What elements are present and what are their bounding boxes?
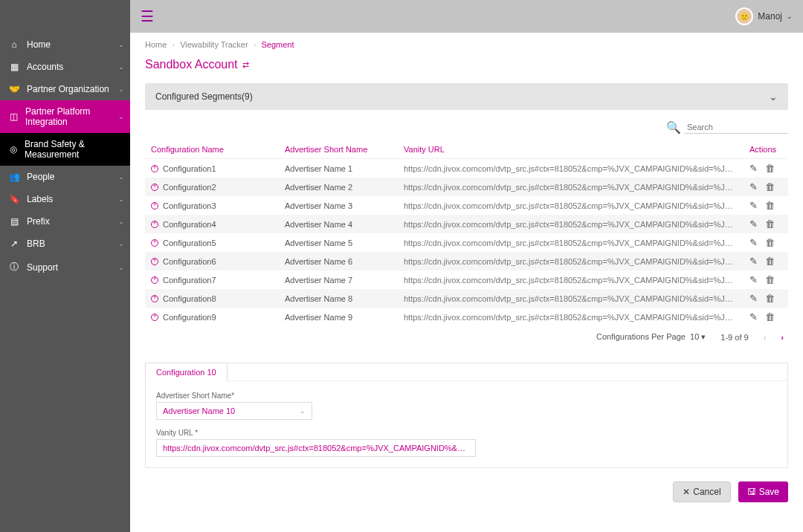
add-icon[interactable]	[151, 258, 158, 265]
sidebar-item-people[interactable]: 👥 People ⌄	[0, 166, 130, 188]
chevron-down-icon: ⌄	[300, 407, 306, 415]
prev-page[interactable]: ‹	[764, 333, 767, 342]
vanity-url: https://cdn.jivox.comcom/dvtp_src.js#ctx…	[398, 215, 744, 233]
people-icon: 👥	[7, 172, 21, 182]
sidebar-item-prefix[interactable]: ▤ Prefix ⌄	[0, 210, 130, 233]
user-menu[interactable]: 🙂 Manoj ⌄	[735, 7, 793, 25]
platform-icon: ◫	[7, 111, 19, 122]
sidebar-item-label: Labels	[27, 194, 53, 204]
delete-icon[interactable]: 🗑	[765, 163, 775, 174]
table-row: Configuration5Advertiser Name 5https://c…	[145, 233, 788, 252]
next-page[interactable]: ›	[781, 333, 784, 342]
delete-icon[interactable]: 🗑	[765, 311, 775, 322]
panel-header[interactable]: Configured Segments(9) ⌄	[145, 83, 788, 110]
edit-icon[interactable]: ✎	[749, 237, 758, 248]
form-tab[interactable]: Configuration 10	[145, 363, 228, 381]
vanity-url: https://cdn.jivox.comcom/dvtp_src.js#ctx…	[398, 308, 744, 326]
sidebar-item-brand-safety[interactable]: ◎ Brand Safety & Measurement	[0, 133, 130, 166]
config-name: Configuration5	[163, 239, 216, 247]
config-name: Configuration3	[163, 201, 216, 210]
add-icon[interactable]	[151, 221, 158, 228]
sidebar-item-brb[interactable]: ↗ BRB ⌄	[0, 233, 130, 255]
sidebar: ⌂ Home ⌄ ▦ Accounts ⌄ 🤝 Partner Organiza…	[0, 0, 130, 532]
prefix-icon: ▤	[7, 216, 21, 227]
breadcrumb-item[interactable]: Home	[145, 40, 167, 49]
sidebar-item-support[interactable]: ⓘ Support ⌄	[0, 255, 130, 279]
chevron-down-icon: ⌄	[787, 13, 793, 20]
hamburger-icon[interactable]: ☰	[141, 7, 154, 25]
sidebar-item-label: Home	[27, 39, 51, 50]
col-vanity[interactable]: Vanity URL	[398, 140, 744, 159]
delete-icon[interactable]: 🗑	[765, 256, 775, 267]
edit-icon[interactable]: ✎	[749, 218, 758, 230]
edit-icon[interactable]: ✎	[749, 163, 758, 174]
sidebar-item-label: Brand Safety & Measurement	[25, 139, 123, 160]
delete-icon[interactable]: 🗑	[765, 274, 775, 285]
delete-icon[interactable]: 🗑	[765, 237, 775, 248]
config-name: Configuration4	[163, 220, 216, 229]
adv-name: Advertiser Name 9	[279, 308, 398, 326]
adv-name: Advertiser Name 8	[279, 289, 398, 308]
add-icon[interactable]	[151, 184, 158, 191]
adv-select[interactable]: Advertiser Name 10 ⌄	[156, 402, 312, 420]
sidebar-item-home[interactable]: ⌂ Home ⌄	[0, 33, 130, 56]
info-icon: ⓘ	[7, 261, 21, 273]
breadcrumb-item: Segment	[261, 40, 294, 49]
vanity-url: https://cdn.jivox.comcom/dvtp_src.js#ctx…	[398, 233, 744, 252]
delete-icon[interactable]: 🗑	[765, 218, 775, 230]
table-row: Configuration3Advertiser Name 3https://c…	[145, 196, 788, 215]
vanity-url: https://cdn.jivox.comcom/dvtp_src.js#ctx…	[398, 252, 744, 270]
search-input[interactable]	[684, 121, 788, 134]
config-name: Configuration2	[163, 183, 216, 192]
add-icon[interactable]	[151, 276, 158, 284]
edit-icon[interactable]: ✎	[749, 293, 758, 304]
delete-icon[interactable]: 🗑	[765, 181, 775, 192]
col-adv[interactable]: Advertiser Short Name	[279, 140, 398, 159]
col-config[interactable]: Configuration Name	[145, 140, 279, 159]
home-icon: ⌂	[7, 39, 21, 50]
vanity-url: https://cdn.jivox.comcom/dvtp_src.js#ctx…	[398, 159, 744, 178]
chevron-down-icon: ⌄	[769, 91, 778, 103]
panel-title: Configured Segments(9)	[155, 91, 253, 102]
adv-name: Advertiser Name 7	[279, 270, 398, 289]
handshake-icon: 🤝	[7, 84, 21, 94]
sidebar-item-label: Support	[27, 262, 58, 273]
config-name: Configuration6	[163, 257, 216, 266]
close-icon: ✕	[683, 487, 690, 497]
add-icon[interactable]	[151, 295, 158, 302]
chevron-down-icon: ⌄	[118, 240, 124, 247]
table-row: Configuration9Advertiser Name 9https://c…	[145, 308, 788, 326]
add-icon[interactable]	[151, 202, 158, 210]
vanity-input[interactable]: https://cdn.jivox.comcom/dvtp_src.js#ctx…	[156, 439, 476, 457]
chevron-down-icon: ⌄	[118, 218, 124, 225]
edit-icon[interactable]: ✎	[749, 274, 758, 285]
edit-icon[interactable]: ✎	[749, 256, 758, 267]
per-page-select[interactable]: 10 ▾	[690, 332, 706, 341]
vanity-url: https://cdn.jivox.comcom/dvtp_src.js#ctx…	[398, 270, 744, 289]
edit-icon[interactable]: ✎	[749, 181, 758, 192]
add-icon[interactable]	[151, 239, 158, 247]
chevron-down-icon: ⌄	[118, 173, 124, 181]
sidebar-item-accounts[interactable]: ▦ Accounts ⌄	[0, 56, 130, 78]
cancel-button[interactable]: ✕ Cancel	[673, 481, 730, 502]
sidebar-item-partner-platform[interactable]: ◫ Partner Platform Integration ⌄	[0, 100, 130, 133]
sidebar-item-label: People	[27, 172, 54, 182]
chevron-down-icon: ⌄	[118, 63, 124, 71]
sidebar-item-label: Prefix	[27, 216, 50, 227]
sidebar-item-labels[interactable]: 🔖 Labels ⌄	[0, 188, 130, 210]
delete-icon[interactable]: 🗑	[765, 200, 775, 211]
chevron-down-icon: ⌄	[118, 85, 124, 93]
sidebar-item-partner-org[interactable]: 🤝 Partner Organization ⌄	[0, 78, 130, 100]
edit-icon[interactable]: ✎	[749, 200, 758, 211]
table-row: Configuration7Advertiser Name 7https://c…	[145, 270, 788, 289]
adv-name: Advertiser Name 6	[279, 252, 398, 270]
save-button[interactable]: 🖫 Save	[738, 481, 788, 502]
config-name: Configuration7	[163, 276, 216, 285]
add-icon[interactable]	[151, 314, 158, 321]
delete-icon[interactable]: 🗑	[765, 293, 775, 304]
link-icon[interactable]: ⇄	[242, 60, 249, 70]
col-actions: Actions	[744, 140, 788, 159]
breadcrumb-item[interactable]: Viewability Tracker	[180, 40, 248, 49]
edit-icon[interactable]: ✎	[749, 311, 758, 322]
add-icon[interactable]	[151, 165, 158, 172]
